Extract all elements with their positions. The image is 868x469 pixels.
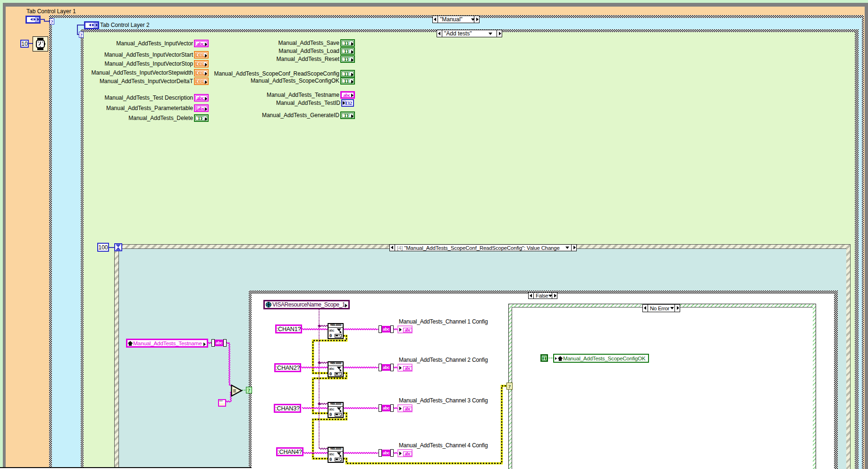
svg-text:=: = <box>233 388 236 394</box>
